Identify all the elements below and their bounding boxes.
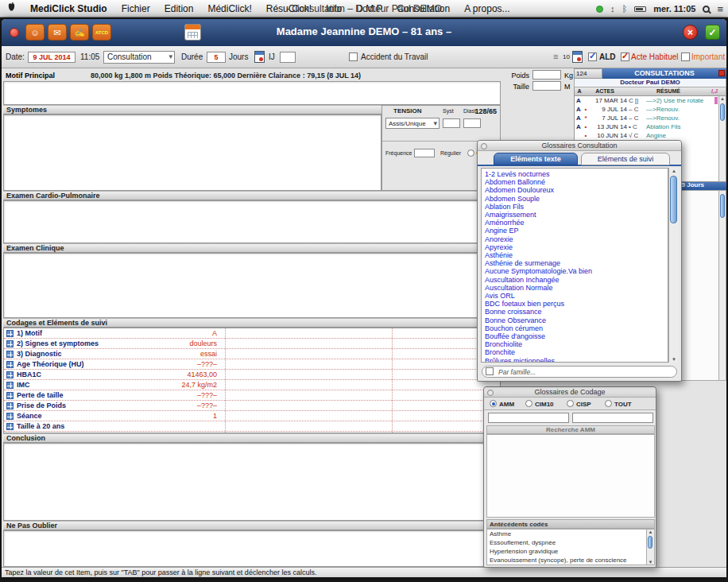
scrollbar-thumb[interactable] — [670, 176, 677, 223]
glossary-item[interactable]: Bonne croissance — [485, 308, 668, 316]
tension-position-select[interactable]: Assis/Unique — [385, 118, 440, 129]
glossary-item[interactable]: Amaigrissement — [485, 211, 668, 219]
menu-app[interactable]: MediClick Studio — [23, 0, 114, 17]
glossary-item[interactable]: Apyrexie — [485, 243, 668, 251]
glossary-item[interactable]: Brûlures mictionnelles — [485, 357, 668, 363]
table-row[interactable]: Prise de Poids–???– — [4, 401, 500, 411]
window-titlebar[interactable]: ☺ ✉ ✍ ATCD Madame Jeannine DEMO – 81 ans… — [2, 19, 726, 46]
ald-checkbox[interactable] — [588, 52, 597, 61]
glossary-scrollbar[interactable]: ▲ ▼ — [668, 168, 679, 363]
conclusion-textarea[interactable] — [3, 443, 501, 521]
important-checkbox[interactable] — [681, 52, 690, 61]
frequence-field[interactable] — [414, 149, 435, 157]
ij-document-icon[interactable] — [254, 51, 265, 63]
codage-search-field-1[interactable] — [488, 413, 569, 423]
battery-icon[interactable] — [634, 6, 646, 12]
item-value[interactable]: 1 — [134, 412, 217, 420]
tout-radio[interactable] — [605, 400, 612, 407]
notification-center-icon[interactable]: ≡ — [717, 3, 723, 15]
menu-apropos[interactable]: A propos... — [457, 0, 517, 17]
glossary-item[interactable]: Auscultation Inchangée — [485, 276, 668, 284]
glossary-item[interactable]: 1-2 Levés nocturnes — [485, 170, 668, 178]
examen-clinique-textarea[interactable] — [3, 253, 501, 318]
print-icon[interactable] — [572, 51, 583, 63]
menu-edition[interactable]: Edition — [157, 0, 201, 17]
glossaires-codage-titlebar[interactable]: Glossaires de Codage — [484, 387, 656, 398]
item-value[interactable]: douleurs — [134, 340, 217, 347]
antecedent-item[interactable]: Hypertension gravidique — [487, 547, 654, 556]
symptomes-textarea[interactable] — [3, 114, 381, 191]
glossary-item[interactable]: Abdomen Souple — [485, 195, 668, 203]
accident-travail-checkbox[interactable] — [349, 52, 358, 61]
diast-field[interactable] — [463, 118, 481, 128]
recherche-amm-results[interactable] — [486, 434, 655, 518]
antecedents-scrollbar[interactable]: ▲ ▼ — [646, 530, 654, 565]
item-value[interactable]: essai — [134, 350, 217, 358]
visit-type-select[interactable]: Consultation — [103, 51, 175, 64]
glossary-item[interactable]: Abdomen Douloureux — [485, 186, 668, 194]
glossary-item[interactable]: Bronchite — [485, 348, 668, 356]
table-row[interactable]: HBA1C41463,00 — [4, 370, 500, 380]
ne-pas-oublier-textarea[interactable] — [3, 530, 501, 567]
menu-mediclick[interactable]: MédiClick! — [200, 0, 258, 17]
item-value[interactable]: A — [134, 329, 217, 337]
glossary-item[interactable]: Bouffée d'angoisse — [485, 332, 668, 340]
duree-field[interactable]: 5 — [207, 52, 226, 63]
glossary-item[interactable]: BDC foetaux bien perçus — [485, 300, 668, 308]
antecedent-item[interactable]: Evanouissement (syncope), perte de consc… — [487, 556, 654, 565]
glossaires-consultation-titlebar[interactable]: Glossaires Consultation — [478, 141, 681, 151]
table-row[interactable]: Perte de taille–???– — [4, 390, 500, 401]
scroll-up-icon[interactable]: ▲ — [719, 96, 726, 101]
consultation-row[interactable]: A•9 JUL 14– C—>Renouv. — [575, 105, 726, 114]
glossary-item[interactable]: Bonne Observance — [485, 316, 668, 324]
scroll-up-icon[interactable]: ▲ — [647, 530, 654, 534]
acte-habituel-checkbox[interactable] — [621, 52, 629, 61]
par-famille-checkbox[interactable] — [486, 367, 494, 375]
glossary-item[interactable]: Aucune Symptomatologie.Va bien — [485, 267, 668, 275]
validate-consultation-button[interactable]: ✓ — [705, 25, 720, 40]
tab-elements-suivi[interactable]: Eléments de suivi — [581, 153, 670, 165]
glossary-item[interactable]: Bouchon cérumen — [485, 324, 668, 332]
sync-status-icon[interactable] — [596, 6, 603, 13]
glossary-item[interactable]: Ablation Fils — [485, 203, 668, 211]
examen-cardio-textarea[interactable] — [3, 200, 501, 243]
item-value[interactable]: 41463,00 — [134, 371, 217, 378]
antecedent-item[interactable]: Essouflement, dyspnée — [487, 538, 654, 547]
cancel-consultation-button[interactable]: × — [683, 25, 698, 40]
scroll-up-icon[interactable]: ▲ — [669, 169, 679, 173]
consultations-column-header[interactable]: A ACTES RÉSUMÉ I,J — [574, 87, 726, 96]
glossary-item[interactable]: Anorexie — [485, 235, 668, 243]
table-row[interactable]: 1) MotifA — [4, 328, 500, 339]
antecedent-item[interactable]: Asthme — [487, 530, 654, 538]
consultation-row[interactable]: A*7 JUL 14– C—>Renouv. — [575, 114, 726, 122]
menu-fichier[interactable]: Fichier — [114, 0, 157, 17]
consultation-row[interactable]: A•13 JUN 14• CAblation Fils — [575, 122, 726, 131]
table-row[interactable]: Taille à 20 ans — [4, 421, 500, 432]
palette-close-icon[interactable] — [481, 143, 487, 149]
table-row[interactable]: 3) Diagnosticessai — [4, 349, 500, 359]
consultation-row[interactable]: •10 JUN 14√ CAngine — [575, 131, 726, 140]
bluetooth-icon[interactable]: ᛒ — [622, 4, 628, 14]
consultations-close-icon[interactable] — [718, 70, 725, 76]
item-value[interactable]: –???– — [134, 360, 217, 368]
scrollbar-thumb[interactable] — [648, 536, 652, 549]
side-panel-scrollbar[interactable] — [718, 191, 726, 380]
glossary-item[interactable]: Angine EP — [485, 227, 668, 235]
tab-elements-texte[interactable]: Eléments texte — [494, 153, 578, 165]
spotlight-icon[interactable] — [703, 6, 710, 13]
cim10-radio[interactable] — [525, 400, 532, 407]
scrollbar-thumb[interactable] — [720, 103, 725, 121]
apple-menu-icon[interactable] — [0, 0, 23, 17]
scroll-down-icon[interactable]: ▼ — [669, 357, 679, 362]
glossary-item[interactable]: Abdomen Ballonné — [485, 178, 668, 186]
glossary-item[interactable]: Aménorrhée — [485, 219, 668, 227]
motif-principal-textarea[interactable] — [3, 81, 501, 105]
zoom-minus-icon[interactable]: ≡ — [553, 52, 558, 61]
ij-field[interactable] — [280, 52, 296, 63]
glossary-item[interactable]: Auscultation Normale — [485, 284, 668, 292]
item-value[interactable]: –???– — [134, 391, 217, 399]
menubar-clock[interactable]: mer. 11:05 — [653, 4, 695, 14]
consultation-row[interactable]: A17 MAR 14C [|—>2) Use the rotate — [575, 96, 726, 105]
scrollbar-thumb[interactable] — [720, 194, 725, 218]
table-row[interactable]: 2) Signes et symptomesdouleurs — [4, 339, 500, 349]
